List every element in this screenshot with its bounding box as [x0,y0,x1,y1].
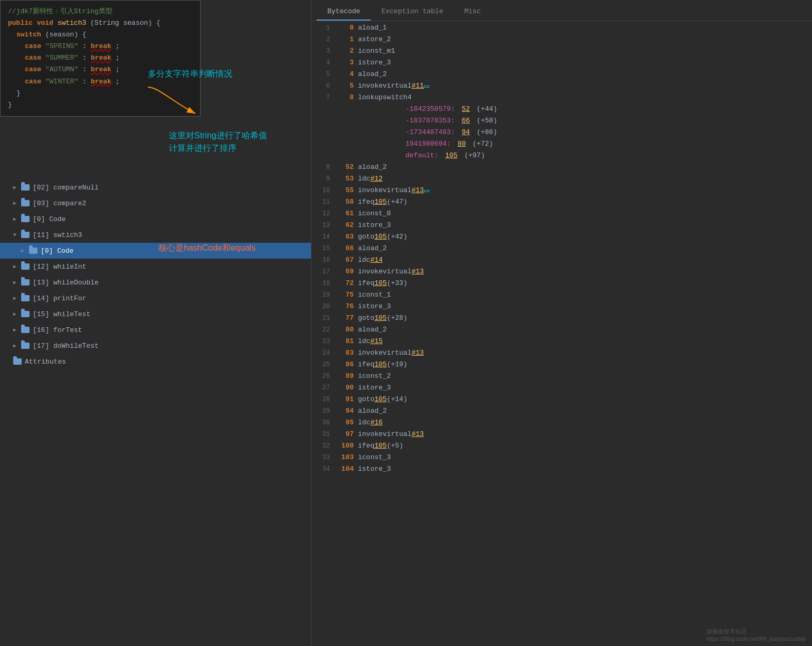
tree-label: [14] printFor [33,294,86,302]
line-num: 16 [314,256,330,264]
bc-instr: invokevirtual [358,349,411,357]
tree-label: [0] Code [41,247,73,255]
bc-instr: iconst_0 [358,210,391,217]
bc-instr: aload_2 [358,244,387,252]
bc-offset: 72 [338,279,354,287]
code-line: 21astore_2 [311,35,812,47]
folder-icon [13,358,22,365]
bc-instr: ifeq [358,279,374,287]
line-num: 31 [314,431,330,438]
tree-item-code0[interactable]: ▶ [0] Code [0,211,311,227]
line-num: 15 [314,245,330,252]
folder-icon [21,215,30,223]
lookup-entry: default: 105 (+97) [358,151,485,159]
line-num: 10 [314,187,330,194]
bc-instr: iconst_m1 [358,47,395,55]
bc-instr: ifeq [358,442,374,450]
bytecode-area[interactable]: 10aload_121astore_232iconst_m143istore_3… [311,21,812,646]
bc-comment [424,86,429,88]
code-line: 1769invokevirtual #13 [311,268,812,279]
line-num: 22 [314,326,330,334]
line-num: 13 [314,222,330,229]
bc-offset: 91 [338,395,354,403]
line-num: 20 [314,303,330,310]
tab-misc[interactable]: Misc [454,3,491,21]
bc-offset: 4 [338,70,354,78]
tree-item-compare-null[interactable]: ▶ [02] compareNull [0,179,311,195]
bc-offset: 86 [338,360,354,368]
tree-item-whiledouble[interactable]: ▶ [13] whileDouble [0,274,311,290]
code-line: 32100ifeq 105 (+5) [311,442,812,453]
folder-icon [21,184,30,191]
line-num: 26 [314,373,330,380]
right-panel: Bytecode Exception table Misc 10aload_12… [311,0,812,646]
line-num: 8 [314,164,330,171]
tree-item-code-selected[interactable]: ▶ [0] Code [0,243,311,259]
bc-instr: iconst_1 [358,291,391,299]
code-line: 32iconst_m1 [311,47,812,59]
tree-area: ▶ [02] compareNull ▶ [03] compare2 ▶ [0]… [0,179,311,646]
code-line: 2586ifeq 105 (+19) [311,360,812,372]
bc-arg: 4 [408,93,412,101]
tree-label: [03] compare2 [33,200,86,207]
bc-instr: ldc [358,175,370,183]
tree-arrow: ▶ [13,295,21,301]
bc-instr: goto [358,395,374,403]
tree-arrow: ▶ [13,184,21,191]
bc-offset: 94 [338,407,354,415]
watermark: @掘金技术社区 https://blog.csdn.net/Mr_tianyan… [706,628,806,642]
tree-item-swtich3[interactable]: ▼ [11] swtich3 [0,227,311,243]
tree-item-printfor[interactable]: ▶ [14] printFor [0,290,311,306]
tab-exception-table[interactable]: Exception table [371,3,454,21]
bc-offset: 69 [338,268,354,276]
bc-instr: aload_2 [358,326,387,334]
line-num: 25 [314,361,330,368]
bc-offset: 5 [338,82,354,90]
line-num: 30 [314,419,330,426]
bc-jump: 105 [374,279,386,287]
bc-plus: (+19) [387,360,408,368]
bc-offset: 62 [338,221,354,229]
tree-item-whiletest[interactable]: ▶ [15] whileTest [0,306,311,322]
line-num: 2 [314,36,330,43]
tree-item-compare2[interactable]: ▶ [03] compare2 [0,195,311,211]
tree-item-whileint[interactable]: ▶ [12] whileInt [0,259,311,274]
bc-instr: ifeq [358,198,374,206]
tree-item-dowhiletest[interactable]: ▶ [17] doWhileTest [0,338,311,354]
code-line: 78lookupswitch 4 [311,93,812,105]
folder-icon [21,200,30,207]
tree-item-attributes[interactable]: Attributes [0,354,311,369]
code-line: 10aload_1 [311,24,812,35]
bc-offset: 66 [338,244,354,252]
code-line: 43istore_3 [311,59,812,70]
folder-icon [21,326,30,334]
code-line: 3095ldc #16 [311,419,812,430]
tree-item-fortest[interactable]: ▶ [16] forTest [0,322,311,338]
lookup-entry: -1734407483: 94 (+86) [358,128,497,136]
code-line: 65invokevirtual #11 [311,82,812,93]
line-num: 4 [314,59,330,66]
bc-ref: #13 [411,268,423,276]
code-line: 2483invokevirtual #13 [311,349,812,360]
line-num: 17 [314,268,330,276]
bc-jump: 105 [374,360,386,368]
code-case-summer: case "SUMMER" : break ; [8,52,193,64]
code-line: 1055invokevirtual #13 [311,186,812,198]
code-switch: switch (season) { [8,29,193,41]
bc-plus: (+5) [387,442,403,450]
bc-instr: goto [358,314,374,322]
tree-arrow: ▶ [13,343,21,349]
line-num: 29 [314,407,330,415]
code-line: 2381ldc #15 [311,337,812,349]
bc-offset: 75 [338,291,354,299]
bc-offset: 0 [338,24,354,32]
bc-ref: #11 [411,82,423,90]
bc-offset: 77 [338,314,354,322]
bc-offset: 76 [338,302,354,310]
tree-arrow: ▶ [13,311,21,317]
code-line: 953ldc #12 [311,175,812,186]
line-num: 23 [314,338,330,345]
tab-bytecode[interactable]: Bytecode [317,3,371,21]
code-line: 1362istore_3 [311,221,812,233]
bc-offset: 2 [338,47,354,55]
